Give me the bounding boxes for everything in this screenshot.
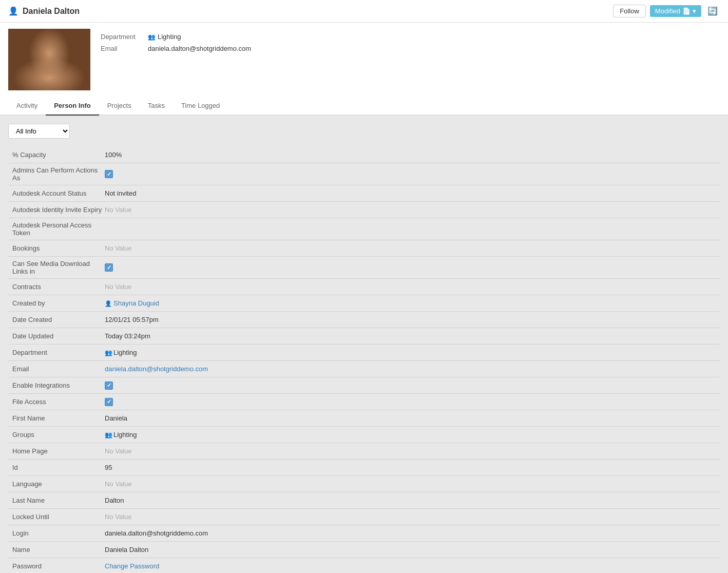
table-row: NameDaniela Dalton	[8, 542, 720, 558]
table-row: Enable Integrations	[8, 377, 720, 394]
field-value: 12/01/21 05:57pm	[105, 316, 716, 323]
field-value: Daniela Dalton	[105, 546, 716, 553]
change-password-link[interactable]: Change Password	[105, 562, 159, 570]
tab-projects[interactable]: Projects	[99, 97, 140, 116]
profile-photo	[8, 29, 90, 90]
modified-label: Modified	[655, 7, 680, 15]
field-label: Locked Until	[12, 513, 105, 521]
table-row: Date Created12/01/21 05:57pm	[8, 312, 720, 328]
tabs-bar: Activity Person Info Projects Tasks Time…	[0, 97, 728, 116]
field-value: 👤 Shayna Duguid	[105, 299, 716, 307]
email-value: daniela.dalton@shotgriddemo.com	[148, 45, 251, 52]
field-label: Login	[12, 529, 105, 537]
checkbox[interactable]	[105, 263, 113, 272]
table-row: Logindaniela.dalton@shotgriddemo.com	[8, 525, 720, 542]
field-value: daniela.dalton@shotgriddemo.com	[105, 365, 716, 373]
table-row: Created by👤 Shayna Duguid	[8, 295, 720, 312]
field-value: Daniela	[105, 414, 716, 422]
table-row: Emaildaniela.dalton@shotgriddemo.com	[8, 361, 720, 377]
field-label: Enable Integrations	[12, 381, 105, 389]
table-row: Autodesk Identity Invite ExpiryNo Value	[8, 202, 720, 218]
field-label: Password	[12, 562, 105, 570]
field-value: Today 03:24pm	[105, 332, 716, 340]
checkbox[interactable]	[105, 381, 113, 390]
table-row: Autodesk Account StatusNot invited	[8, 185, 720, 202]
filter-row: All Info	[8, 124, 720, 139]
field-label: Created by	[12, 299, 105, 307]
profile-image	[8, 29, 90, 90]
field-value: No Value	[105, 447, 716, 455]
header: 👤 Daniela Dalton Follow Modified 📄 ▾ 🔄	[0, 0, 728, 23]
email-label: Email	[101, 45, 142, 52]
email-link[interactable]: daniela.dalton@shotgriddemo.com	[105, 365, 208, 373]
refresh-button[interactable]: 🔄	[705, 4, 720, 18]
field-value: No Value	[105, 206, 716, 214]
department-row: Department 👥 Lighting	[101, 33, 251, 41]
table-row: Admins Can Perform Actions As	[8, 163, 720, 185]
field-value	[105, 381, 716, 390]
department-label: Department	[101, 33, 142, 41]
field-label: Id	[12, 464, 105, 471]
field-value	[105, 263, 716, 272]
person-link[interactable]: Shayna Duguid	[113, 299, 159, 307]
profile-info: Department 👥 Lighting Email daniela.dalt…	[101, 29, 251, 52]
table-row: First NameDaniela	[8, 410, 720, 427]
table-row: PasswordChange Password	[8, 558, 720, 573]
table-row: Id95	[8, 460, 720, 476]
table-row: BookingsNo Value	[8, 240, 720, 257]
follow-button[interactable]: Follow	[613, 5, 646, 17]
tab-person-info[interactable]: Person Info	[46, 97, 99, 116]
checkbox[interactable]	[105, 398, 113, 406]
field-label: File Access	[12, 398, 105, 406]
table-row: Autodesk Personal Access Token	[8, 218, 720, 240]
field-value: 100%	[105, 151, 716, 159]
table-row: Locked UntilNo Value	[8, 509, 720, 525]
table-row: Home PageNo Value	[8, 443, 720, 460]
tab-activity[interactable]: Activity	[8, 97, 46, 116]
field-value	[105, 397, 716, 406]
field-value: 👥Lighting	[105, 349, 716, 356]
page-title: Daniela Dalton	[23, 7, 80, 16]
field-label: Language	[12, 480, 105, 488]
table-row: Date UpdatedToday 03:24pm	[8, 328, 720, 345]
table-row: Groups👥Lighting	[8, 427, 720, 443]
field-label: Bookings	[12, 244, 105, 252]
dept-icon: 👥	[148, 33, 156, 41]
dept-icon: 👥	[105, 349, 112, 356]
main-content: All Info % Capacity100%Admins Can Perfor…	[0, 116, 728, 573]
tab-time-logged[interactable]: Time Logged	[173, 97, 228, 116]
field-value: No Value	[105, 244, 716, 252]
field-value: Dalton	[105, 496, 716, 504]
field-label: Email	[12, 365, 105, 373]
table-row: Last NameDalton	[8, 492, 720, 509]
field-label: Home Page	[12, 447, 105, 455]
checkbox[interactable]	[105, 170, 113, 178]
email-row: Email daniela.dalton@shotgriddemo.com	[101, 45, 251, 52]
field-label: Admins Can Perform Actions As	[12, 166, 105, 182]
field-label: First Name	[12, 414, 105, 422]
field-label: Last Name	[12, 496, 105, 504]
field-value: No Value	[105, 480, 716, 488]
file-icon: 📄	[682, 7, 691, 15]
field-value: daniela.dalton@shotgriddemo.com	[105, 529, 716, 537]
field-label: Name	[12, 546, 105, 553]
profile-area: Department 👥 Lighting Email daniela.dalt…	[0, 23, 728, 97]
field-label: Can See Media Download Links in	[12, 260, 105, 275]
filter-select[interactable]: All Info	[8, 124, 70, 139]
person-icon: 👤	[8, 6, 18, 16]
field-value: Not invited	[105, 189, 716, 197]
field-value: No Value	[105, 513, 716, 521]
field-value	[105, 170, 716, 179]
table-row: ContractsNo Value	[8, 279, 720, 295]
field-label: Contracts	[12, 283, 105, 291]
table-row: File Access	[8, 394, 720, 410]
modified-button[interactable]: Modified 📄 ▾	[650, 5, 701, 17]
table-row: Department👥Lighting	[8, 345, 720, 361]
tab-tasks[interactable]: Tasks	[140, 97, 173, 116]
field-value: 👥Lighting	[105, 431, 716, 438]
table-row: % Capacity100%	[8, 147, 720, 163]
field-label: Autodesk Account Status	[12, 189, 105, 197]
field-label: Autodesk Identity Invite Expiry	[12, 206, 105, 214]
header-right: Follow Modified 📄 ▾ 🔄	[613, 4, 720, 18]
header-left: 👤 Daniela Dalton	[8, 6, 80, 16]
